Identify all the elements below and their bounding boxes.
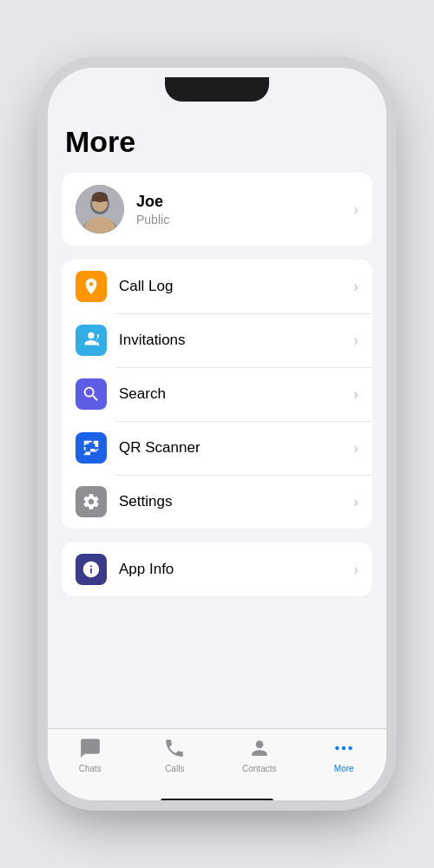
main-content: More Joe Public [48, 111, 386, 728]
home-bar [161, 799, 273, 801]
search-icon [76, 378, 107, 410]
profile-name: Joe [136, 193, 353, 211]
invitations-icon [76, 325, 107, 356]
menu-item-call-log[interactable]: Call Log › [62, 260, 372, 313]
menu-item-invitations[interactable]: Invitations › [62, 313, 372, 367]
avatar [76, 185, 124, 233]
tab-contacts[interactable]: Contacts [217, 736, 302, 773]
menu-item-qr-scanner[interactable]: QR Scanner › [62, 421, 372, 475]
contacts-tab-icon [247, 736, 272, 760]
page-title: More [65, 125, 369, 159]
qr-scanner-label: QR Scanner [119, 439, 353, 457]
invitations-chevron-icon: › [353, 332, 358, 350]
qr-scanner-chevron-icon: › [353, 439, 358, 457]
call-log-chevron-icon: › [353, 278, 358, 296]
settings-label: Settings [119, 493, 353, 510]
menu-item-settings[interactable]: Settings › [62, 475, 372, 529]
qr-scanner-icon [76, 432, 107, 464]
tab-calls[interactable]: Calls [133, 736, 218, 773]
app-info-chevron-icon: › [353, 561, 358, 579]
profile-chevron-icon: › [353, 201, 358, 219]
tab-chats[interactable]: Chats [48, 736, 133, 773]
app-info-label: App Info [119, 561, 353, 578]
invitations-label: Invitations [119, 332, 353, 349]
tab-more[interactable]: More [302, 736, 387, 773]
tab-bar: Chats Calls Contacts [48, 728, 386, 800]
menu-item-app-info[interactable]: App Info › [62, 542, 372, 596]
profile-status: Public [136, 213, 353, 227]
notch [165, 77, 269, 102]
calls-tab-icon [162, 736, 187, 760]
settings-chevron-icon: › [353, 493, 358, 511]
menu-section-main: Call Log › Invitations › [62, 260, 372, 529]
menu-section-info: App Info › [62, 542, 372, 596]
chats-tab-label: Chats [79, 764, 102, 773]
settings-icon [76, 486, 107, 517]
svg-point-7 [336, 746, 339, 750]
more-tab-label: More [334, 764, 354, 773]
menu-item-search[interactable]: Search › [62, 367, 372, 421]
call-log-icon [76, 271, 107, 302]
call-log-label: Call Log [119, 278, 353, 295]
search-label: Search [119, 385, 353, 403]
phone-frame: More Joe Public [48, 68, 386, 800]
search-chevron-icon: › [353, 385, 358, 404]
contacts-tab-label: Contacts [242, 764, 276, 773]
svg-rect-6 [92, 197, 108, 201]
profile-info: Joe Public [136, 193, 353, 227]
profile-card[interactable]: Joe Public › [62, 173, 372, 246]
status-bar [48, 68, 386, 111]
svg-point-9 [349, 746, 352, 750]
more-tab-icon [332, 736, 356, 760]
calls-tab-label: Calls [165, 764, 184, 773]
chats-tab-icon [78, 736, 102, 760]
svg-point-8 [342, 746, 345, 750]
app-info-icon [76, 554, 107, 585]
